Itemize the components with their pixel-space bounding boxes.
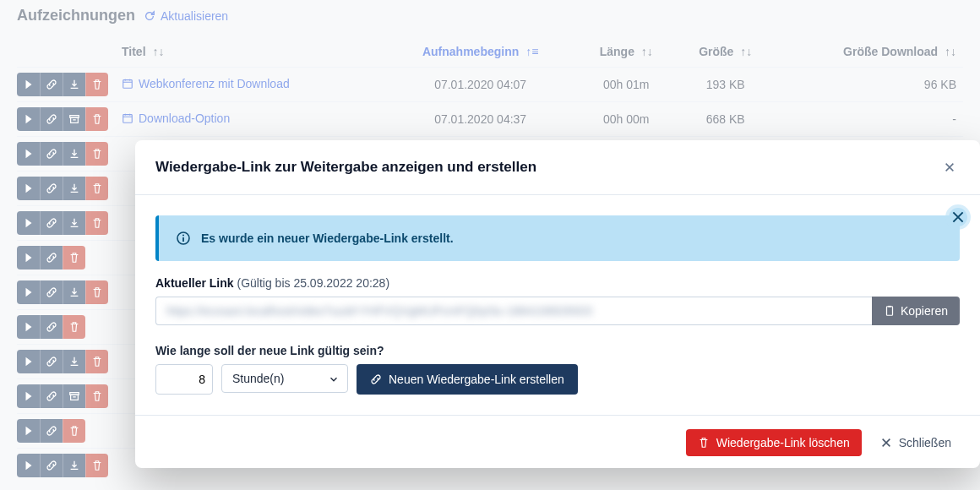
current-link-label: Aktueller Link (Gültig bis 25.09.2022 20… — [155, 276, 960, 290]
copy-button[interactable]: Kopieren — [872, 297, 960, 325]
info-icon — [176, 231, 191, 246]
close-button[interactable]: Schließen — [872, 429, 960, 456]
trash-icon — [698, 437, 710, 449]
close-icon — [944, 161, 956, 173]
link-icon — [370, 373, 382, 385]
duration-label: Wie lange soll der neue Link gültig sein… — [155, 344, 960, 357]
create-link-button[interactable]: Neuen Wiedergabe-Link erstellen — [357, 364, 578, 395]
modal-header: Wiedergabe-Link zur Weitergabe anzeigen … — [135, 140, 980, 194]
duration-value-input[interactable] — [155, 364, 213, 395]
duration-unit-select[interactable]: Stunde(n) — [221, 364, 348, 393]
close-icon — [950, 210, 966, 225]
modal-close-button[interactable] — [939, 157, 960, 177]
modal-title: Wiedergabe-Link zur Weitergabe anzeigen … — [155, 159, 536, 176]
playback-link-modal: Wiedergabe-Link zur Weitergabe anzeigen … — [135, 140, 980, 468]
modal-footer: Wiedergabe-Link löschen Schließen — [135, 415, 980, 468]
alert-text: Es wurde ein neuer Wiedergabe-Link erste… — [201, 231, 454, 245]
delete-link-button[interactable]: Wiedergabe-Link löschen — [686, 429, 862, 456]
success-alert: Es wurde ein neuer Wiedergabe-Link erste… — [155, 215, 960, 261]
close-icon — [880, 437, 892, 449]
clipboard-icon — [884, 305, 896, 317]
alert-close-button[interactable] — [949, 208, 967, 226]
link-input[interactable]: https://ecosani.localhost/video?uuid=YHF… — [155, 297, 872, 325]
